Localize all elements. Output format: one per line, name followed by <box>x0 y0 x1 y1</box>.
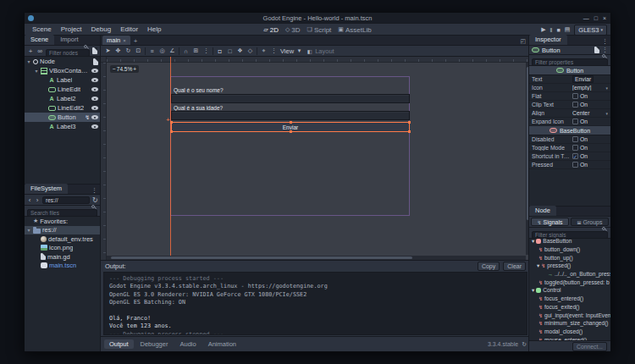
property-value[interactable]: [empty]▾ <box>572 85 608 91</box>
property-value[interactable]: On <box>572 119 608 124</box>
fs-row-res-[interactable]: ▾res:// <box>25 226 100 235</box>
fs-row-main-tscn[interactable]: main.tscn <box>25 262 100 271</box>
menu-scene[interactable]: Scene <box>28 24 56 36</box>
canvas-label2[interactable]: Qual é a sua idade? <box>174 105 223 111</box>
property-value[interactable]: On <box>572 136 608 142</box>
scene-tree-row-lineedit[interactable]: LineEdit <box>25 85 100 94</box>
signal-row[interactable]: ↯modal_closed() <box>529 328 610 336</box>
scene-tree-row-vboxcontainer[interactable]: ▾VBoxContainer <box>25 66 100 75</box>
canvas-button-selected[interactable]: Enviar <box>171 122 410 132</box>
signal-row[interactable]: ↯focus_exited() <box>529 303 610 312</box>
dock-menu-icon[interactable]: ⋮ <box>599 38 610 45</box>
scene-tab-main[interactable]: main × <box>102 36 130 45</box>
property-value[interactable]: On <box>572 153 608 159</box>
property-value[interactable]: On <box>572 162 608 168</box>
property-row-disabled[interactable]: DisabledOn <box>529 135 610 144</box>
zoom-out-button[interactable]: − <box>113 66 116 72</box>
property-value[interactable]: On <box>572 93 608 99</box>
selection-handle[interactable] <box>170 121 173 124</box>
copy-button[interactable]: Copy <box>478 262 500 271</box>
scene-tree-row-lineedit2[interactable]: LineEdit2 <box>25 103 100 113</box>
pause-button-icon[interactable]: ‖ <box>550 27 553 33</box>
dock-menu-icon[interactable]: ⋮ <box>89 187 100 194</box>
scene-tree-row-label3[interactable]: ALabel3 <box>25 122 100 131</box>
bottom-tab-output[interactable]: Output <box>104 339 134 349</box>
pivot-tool-icon[interactable]: ◎ <box>158 47 166 54</box>
fs-row-icon-png[interactable]: icon.png <box>25 244 100 253</box>
workspace-tab-assetlib[interactable]: ▣AssetLib <box>338 26 371 34</box>
property-value[interactable]: Center▾ <box>572 110 608 116</box>
renderer-select[interactable]: GLES3▾ <box>574 25 607 36</box>
selection-handle[interactable] <box>408 130 411 133</box>
visibility-eye-icon[interactable] <box>91 106 98 110</box>
scene-tree-row-label[interactable]: ALabel <box>25 75 100 85</box>
connect-button[interactable]: Connect... <box>572 342 607 351</box>
attach-script-icon[interactable] <box>92 47 97 54</box>
collapse-icon[interactable]: ▾ <box>26 58 31 64</box>
fs-row-default-env-tres[interactable]: default_env.tres <box>25 234 100 244</box>
signal-row[interactable]: →../../.._on_Button_presse <box>529 270 610 279</box>
scene-tree-row-button[interactable]: Button↯ <box>25 113 100 122</box>
maximize-icon[interactable]: □ <box>594 15 598 21</box>
text-field-value[interactable]: Enviar <box>572 75 594 83</box>
distraction-free-icon[interactable]: ◰ <box>517 38 528 45</box>
property-row-align[interactable]: AlignCenter▾ <box>529 109 610 118</box>
visibility-eye-icon[interactable] <box>91 78 98 82</box>
ruler-tool-icon[interactable]: ∠ <box>168 47 176 54</box>
close-icon[interactable]: × <box>603 15 606 21</box>
title-bar[interactable]: Godot Engine - Hello-world - main.tscn —… <box>25 13 610 24</box>
clear-button[interactable]: Clear <box>503 262 526 271</box>
workspace-tab-3d[interactable]: ◇3D <box>285 26 301 34</box>
checkbox-icon[interactable] <box>572 119 578 124</box>
collapse-icon[interactable]: ▾ <box>537 262 539 269</box>
zoom-value[interactable]: 74.5% <box>117 66 132 72</box>
property-row-text[interactable]: TextEnviar <box>529 75 610 84</box>
snap-menu-icon[interactable]: ⋮ <box>202 47 210 54</box>
update-spinner-icon[interactable]: ↻ <box>522 341 527 348</box>
menu-debug[interactable]: Debug <box>87 24 116 36</box>
selection-handle[interactable] <box>290 130 292 133</box>
ungroup-icon[interactable]: ◇ <box>246 47 254 54</box>
signal-connected-icon[interactable]: ↯ <box>85 114 90 121</box>
canvas[interactable]: Qual é o seu nome? Qual é a sua idade? E… <box>107 63 530 260</box>
filter-properties-input[interactable] <box>532 58 608 66</box>
movie-button-icon[interactable]: ▤ <box>565 26 571 33</box>
property-row-expand-icon[interactable]: Expand IconOn <box>529 118 610 126</box>
search-files-input[interactable] <box>27 209 97 217</box>
scroll-thumb[interactable] <box>111 256 412 259</box>
visibility-eye-icon[interactable] <box>91 115 98 119</box>
bottom-tab-audio[interactable]: Audio <box>174 339 201 349</box>
workspace-tab-script[interactable]: ❏Script <box>307 26 332 34</box>
signal-row[interactable]: ↯toggled(button_pressed: b <box>529 278 610 286</box>
menu-editor[interactable]: Editor <box>116 24 142 36</box>
checkbox-icon[interactable] <box>572 93 578 99</box>
signal-row[interactable]: ↯minimum_size_changed() <box>529 319 610 328</box>
property-row-shortcut-in-tool[interactable]: Shortcut in ToolOn <box>529 152 610 161</box>
fs-row-favorites-[interactable]: ★Favorites: <box>25 217 100 226</box>
property-row-icon[interactable]: Icon[empty]▾ <box>529 84 610 92</box>
minimize-icon[interactable]: — <box>583 15 589 21</box>
select-tool-icon[interactable]: ➤ <box>104 47 112 54</box>
fs-row-main-gd[interactable]: main.gd <box>25 252 100 262</box>
snap-menu-icon[interactable]: ⋮ <box>270 47 278 54</box>
checkbox-icon[interactable] <box>572 136 578 142</box>
canvas-label1[interactable]: Qual é o seu nome? <box>174 87 224 93</box>
signal-row[interactable]: ↯button_up() <box>529 253 610 262</box>
view-menu-button[interactable]: View▾ <box>280 47 303 55</box>
tab-node[interactable]: Node <box>529 206 556 216</box>
scene-tree-row-node[interactable]: ▾Node <box>25 57 100 66</box>
property-row-flat[interactable]: FlatOn <box>529 92 610 101</box>
collapse-icon[interactable]: ▾ <box>532 287 534 294</box>
script-attached-icon[interactable] <box>93 58 98 65</box>
new-scene-tab-button[interactable]: + <box>130 37 141 45</box>
menu-project[interactable]: Project <box>57 24 86 36</box>
property-value[interactable]: Enviar <box>572 75 608 83</box>
smart-snap-icon[interactable]: ∩ <box>182 48 190 54</box>
visibility-eye-icon[interactable] <box>91 87 98 91</box>
checkbox-icon[interactable] <box>572 162 578 168</box>
signal-row[interactable]: ↯gui_input(event: InputEven <box>529 311 610 319</box>
selection-handle[interactable] <box>290 121 292 124</box>
grid-snap-icon[interactable]: ⊞ <box>192 47 200 54</box>
tab-filesystem[interactable]: FileSystem <box>25 184 68 194</box>
property-row-pressed[interactable]: PressedOn <box>529 161 610 169</box>
